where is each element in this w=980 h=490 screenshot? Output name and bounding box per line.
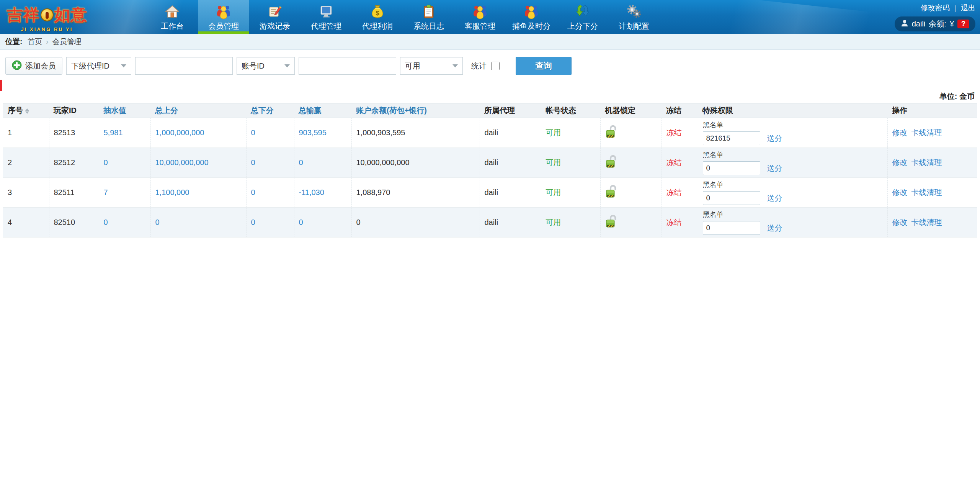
clear-line-link[interactable]: 卡线清理 <box>911 188 942 197</box>
breadcrumb-current: 会员管理 <box>52 37 82 47</box>
edit-link[interactable]: 修改 <box>892 158 908 167</box>
total-down-link[interactable]: 0 <box>251 128 255 137</box>
winloss-link[interactable]: -11,030 <box>299 188 324 197</box>
total-up-link[interactable]: 1,000,000,000 <box>155 128 204 137</box>
gold-medallion-icon <box>41 8 54 21</box>
send-score-link[interactable]: 送分 <box>767 133 782 144</box>
breadcrumb-separator: › <box>46 38 48 46</box>
clear-line-link[interactable]: 卡线清理 <box>911 158 942 167</box>
cell-seq: 1 <box>3 118 49 148</box>
lock-open-icon[interactable] <box>605 214 617 231</box>
main-menu: 工作台 会员管理 游戏记录 代理管理 $ 代理利润 <box>147 0 660 34</box>
notice-strip <box>0 80 980 91</box>
total-up-link[interactable]: 0 <box>155 218 160 226</box>
breadcrumb-prefix: 位置: <box>5 37 22 47</box>
col-header-machine-lock: 机器锁定 <box>600 103 662 118</box>
balance-badge[interactable]: ? <box>957 20 969 28</box>
member-table: 序号 玩家ID 抽水值 总上分 总下分 总输赢 账户余额(荷包+银行) 所属代理… <box>3 103 977 238</box>
stats-checkbox[interactable] <box>491 62 500 70</box>
total-down-link[interactable]: 0 <box>251 218 255 226</box>
send-score-link[interactable]: 送分 <box>767 223 782 233</box>
breadcrumb: 位置: 首页 › 会员管理 <box>0 34 980 50</box>
lock-open-icon[interactable] <box>605 154 617 171</box>
cell-seq: 4 <box>3 208 49 238</box>
send-score-link[interactable]: 送分 <box>767 163 782 174</box>
cell-agent: daili <box>480 208 541 238</box>
edit-link[interactable]: 修改 <box>892 128 908 137</box>
nav-item-agent-profit[interactable]: $ 代理利润 <box>352 0 403 34</box>
members-icon <box>216 3 232 20</box>
breadcrumb-home-link[interactable]: 首页 <box>28 37 42 47</box>
logout-link[interactable]: 退出 <box>961 3 975 13</box>
pump-value-link[interactable]: 7 <box>104 188 108 197</box>
game-records-icon <box>268 3 282 20</box>
col-header-seq[interactable]: 序号 <box>3 103 49 118</box>
table-header-row: 序号 玩家ID 抽水值 总上分 总下分 总输赢 账户余额(荷包+银行) 所属代理… <box>3 103 977 118</box>
col-header-actions: 操作 <box>887 103 977 118</box>
chevron-down-icon <box>284 64 290 67</box>
clear-line-link[interactable]: 卡线清理 <box>911 128 942 137</box>
change-password-link[interactable]: 修改密码 <box>921 3 950 13</box>
home-icon <box>165 3 179 20</box>
status-badge: 可用 <box>546 188 561 197</box>
blacklist-label: 黑名单 <box>703 210 887 219</box>
winloss-link[interactable]: 0 <box>299 158 303 167</box>
pump-value-link[interactable]: 5,981 <box>104 128 123 137</box>
search-button[interactable]: 查询 <box>516 57 572 75</box>
agent-id-filter-select[interactable]: 下级代理ID <box>66 57 131 75</box>
nav-item-fishing-points[interactable]: 捕鱼及时分 <box>506 0 557 34</box>
lock-open-icon[interactable] <box>605 125 617 141</box>
send-score-link[interactable]: 送分 <box>767 193 782 203</box>
account-id-filter-input[interactable] <box>299 57 396 75</box>
score-input[interactable] <box>703 161 760 175</box>
topbar-user-area: 修改密码 | 退出 daili 余额: ¥ ? <box>895 3 975 31</box>
freeze-link[interactable]: 冻结 <box>666 188 682 197</box>
edit-link[interactable]: 修改 <box>892 188 908 197</box>
pump-value-link[interactable]: 0 <box>104 218 108 226</box>
nav-item-members[interactable]: 会员管理 <box>198 0 249 34</box>
total-down-link[interactable]: 0 <box>251 158 255 167</box>
total-down-link[interactable]: 0 <box>251 188 255 197</box>
total-up-link[interactable]: 10,000,000,000 <box>155 158 209 167</box>
col-header-total-down: 总下分 <box>246 103 294 118</box>
score-input[interactable] <box>703 191 760 205</box>
nav-item-system-log[interactable]: 系统日志 <box>403 0 454 34</box>
currency-symbol: ¥ <box>950 20 954 28</box>
edit-link[interactable]: 修改 <box>892 218 908 226</box>
score-updown-icon <box>575 3 590 20</box>
score-input[interactable] <box>703 131 760 145</box>
add-member-button[interactable]: 添加会员 <box>5 57 62 75</box>
freeze-link[interactable]: 冻结 <box>666 158 682 167</box>
plan-config-icon <box>626 3 642 20</box>
clear-line-link[interactable]: 卡线清理 <box>911 218 942 226</box>
col-header-player-id: 玩家ID <box>49 103 99 118</box>
cell-player-id: 82513 <box>49 118 99 148</box>
freeze-link[interactable]: 冻结 <box>666 128 682 137</box>
status-filter-select[interactable]: 可用 <box>400 57 463 75</box>
chevron-down-icon <box>121 64 126 67</box>
winloss-link[interactable]: 0 <box>299 218 303 226</box>
nav-item-workbench[interactable]: 工作台 <box>147 0 198 34</box>
lock-open-icon[interactable] <box>605 184 617 201</box>
pump-value-link[interactable]: 0 <box>104 158 108 167</box>
col-header-pump: 抽水值 <box>99 103 150 118</box>
account-id-filter-select[interactable]: 账号ID <box>237 57 295 75</box>
cell-agent: daili <box>480 178 541 208</box>
nav-item-agent-management[interactable]: 代理管理 <box>301 0 352 34</box>
nav-item-game-records[interactable]: 游戏记录 <box>249 0 301 34</box>
table-row: 2 82512 0 10,000,000,000 0 0 10,000,000,… <box>3 148 977 178</box>
freeze-link[interactable]: 冻结 <box>666 218 682 226</box>
score-input[interactable] <box>703 221 760 235</box>
col-header-total-up: 总上分 <box>150 103 246 118</box>
cell-agent: daili <box>480 148 541 178</box>
winloss-link[interactable]: 903,595 <box>299 128 327 137</box>
cell-balance: 1,000,903,595 <box>351 118 480 148</box>
nav-item-score-updown[interactable]: 上分下分 <box>557 0 608 34</box>
table-row: 1 82513 5,981 1,000,000,000 0 903,595 1,… <box>3 118 977 148</box>
brand-subtitle: JI XIANG RU YI <box>21 26 73 32</box>
nav-item-customer-service[interactable]: 客服管理 <box>454 0 506 34</box>
agent-id-filter-input[interactable] <box>135 57 233 75</box>
total-up-link[interactable]: 1,100,000 <box>155 188 189 197</box>
nav-item-plan-config[interactable]: 计划配置 <box>608 0 660 34</box>
cell-player-id: 82512 <box>49 148 99 178</box>
